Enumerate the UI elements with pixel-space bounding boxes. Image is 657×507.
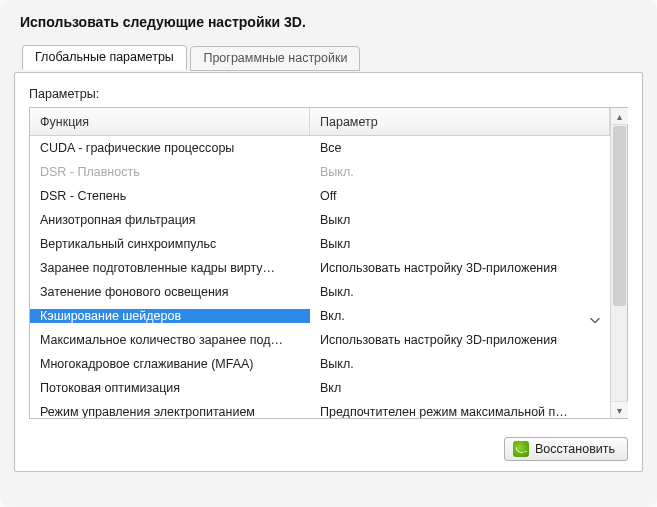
nvidia-icon [513, 441, 529, 457]
restore-button[interactable]: Восстановить [504, 437, 628, 461]
tab-global[interactable]: Глобальные параметры [22, 45, 187, 70]
settings-grid: Функция Параметр CUDA - графические проц… [29, 107, 628, 419]
table-row[interactable]: Вертикальный синхроимпульсВыкл [30, 232, 610, 256]
column-header-function[interactable]: Функция [30, 108, 310, 135]
table-row[interactable]: Максимальное количество заранее под…Испо… [30, 328, 610, 352]
scroll-up-button[interactable]: ▴ [611, 108, 628, 125]
section-label: Параметры: [29, 87, 628, 101]
row-parameter-value: Вкл [310, 381, 610, 395]
row-parameter-value: Предпочтителен режим максимальной п… [310, 405, 610, 418]
page-title: Использовать следующие настройки 3D. [20, 14, 643, 30]
table-row[interactable]: DSR - СтепеньOff [30, 184, 610, 208]
row-function-label: DSR - Степень [30, 189, 310, 203]
row-parameter-value: Выкл. [310, 165, 610, 179]
chevron-down-icon[interactable] [588, 313, 602, 323]
row-parameter-value: Выкл [310, 237, 610, 251]
grid-header: Функция Параметр [30, 108, 610, 136]
scroll-down-button[interactable]: ▾ [611, 401, 628, 418]
table-row[interactable]: Многокадровое сглаживание (MFAA)Выкл. [30, 352, 610, 376]
table-row[interactable]: Затенение фонового освещенияВыкл. [30, 280, 610, 304]
row-parameter-value[interactable]: Вкл. [310, 309, 610, 323]
table-row[interactable]: Потоковая оптимизацияВкл [30, 376, 610, 400]
row-function-label: Анизотропная фильтрация [30, 213, 310, 227]
row-function-label: Потоковая оптимизация [30, 381, 310, 395]
restore-area: Восстановить [504, 437, 628, 461]
row-function-label: Многокадровое сглаживание (MFAA) [30, 357, 310, 371]
row-parameter-value: Выкл [310, 213, 610, 227]
table-row[interactable]: DSR - ПлавностьВыкл. [30, 160, 610, 184]
row-function-label: DSR - Плавность [30, 165, 310, 179]
settings-panel: Использовать следующие настройки 3D. Гло… [0, 0, 657, 507]
row-parameter-value: Использовать настройку 3D-приложения [310, 333, 610, 347]
row-parameter-value: Все [310, 141, 610, 155]
row-parameter-value: Использовать настройку 3D-приложения [310, 261, 610, 275]
row-function-label: Заранее подготовленные кадры вирту… [30, 261, 310, 275]
row-function-label: Режим управления электропитанием [30, 405, 310, 418]
row-function-label: Максимальное количество заранее под… [30, 333, 310, 347]
vertical-scrollbar[interactable]: ▴ ▾ [610, 108, 627, 418]
tab-body: Параметры: Функция Параметр CUDA - графи… [14, 72, 643, 472]
row-function-label: Кэширование шейдеров [30, 309, 310, 323]
table-row[interactable]: Режим управления электропитаниемПредпочт… [30, 400, 610, 418]
table-row[interactable]: Анизотропная фильтрацияВыкл [30, 208, 610, 232]
table-row[interactable]: CUDA - графические процессорыВсе [30, 136, 610, 160]
table-row[interactable]: Кэширование шейдеровВкл. [30, 304, 610, 328]
tab-program[interactable]: Программные настройки [190, 46, 360, 71]
tabstrip: Глобальные параметры Программные настрой… [22, 44, 643, 72]
row-function-label: CUDA - графические процессоры [30, 141, 310, 155]
row-parameter-value: Off [310, 189, 610, 203]
scroll-thumb[interactable] [613, 126, 626, 306]
row-parameter-value: Выкл. [310, 357, 610, 371]
row-function-label: Затенение фонового освещения [30, 285, 310, 299]
restore-button-label: Восстановить [535, 442, 615, 456]
row-function-label: Вертикальный синхроимпульс [30, 237, 310, 251]
table-row[interactable]: Заранее подготовленные кадры вирту…Испол… [30, 256, 610, 280]
row-parameter-value: Выкл. [310, 285, 610, 299]
column-header-parameter[interactable]: Параметр [310, 108, 610, 135]
grid-rows: CUDA - графические процессорыВсеDSR - Пл… [30, 136, 610, 418]
